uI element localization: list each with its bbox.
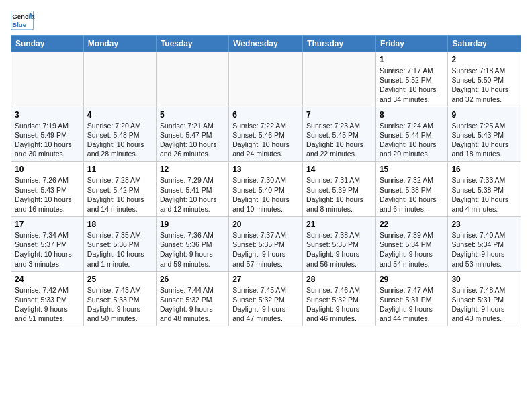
day-info: Sunrise: 7:30 AMSunset: 5:40 PMDaylight:… bbox=[232, 175, 299, 214]
day-info: Sunrise: 7:32 AMSunset: 5:38 PMDaylight:… bbox=[380, 175, 444, 214]
day-number: 11 bbox=[87, 165, 152, 174]
day-number: 8 bbox=[380, 110, 444, 120]
calendar-day-cell: 3Sunrise: 7:19 AMSunset: 5:49 PMDaylight… bbox=[11, 107, 84, 162]
day-info: Sunrise: 7:35 AMSunset: 5:36 PMDaylight:… bbox=[87, 230, 152, 269]
day-number: 24 bbox=[15, 275, 80, 284]
svg-text:Blue: Blue bbox=[12, 21, 26, 28]
day-info: Sunrise: 7:37 AMSunset: 5:35 PMDaylight:… bbox=[232, 230, 299, 269]
calendar-day-cell bbox=[83, 52, 156, 107]
calendar-day-cell: 18Sunrise: 7:35 AMSunset: 5:36 PMDayligh… bbox=[83, 217, 156, 272]
day-number: 25 bbox=[87, 275, 152, 284]
calendar-day-cell: 15Sunrise: 7:32 AMSunset: 5:38 PMDayligh… bbox=[375, 162, 447, 217]
day-info: Sunrise: 7:18 AMSunset: 5:50 PMDaylight:… bbox=[451, 66, 517, 104]
day-number: 20 bbox=[232, 220, 299, 229]
day-info: Sunrise: 7:45 AMSunset: 5:32 PMDaylight:… bbox=[232, 285, 299, 324]
calendar-week-row: 1Sunrise: 7:17 AMSunset: 5:52 PMDaylight… bbox=[11, 52, 521, 107]
day-info: Sunrise: 7:40 AMSunset: 5:34 PMDaylight:… bbox=[451, 230, 517, 269]
day-number: 9 bbox=[451, 110, 517, 120]
calendar-day-cell: 21Sunrise: 7:38 AMSunset: 5:35 PMDayligh… bbox=[303, 217, 376, 272]
day-number: 18 bbox=[87, 220, 152, 229]
calendar-day-cell bbox=[229, 52, 303, 107]
day-info: Sunrise: 7:21 AMSunset: 5:47 PMDaylight:… bbox=[160, 121, 225, 159]
weekday-header-friday: Friday bbox=[375, 36, 447, 52]
day-number: 30 bbox=[451, 275, 517, 284]
calendar-week-row: 17Sunrise: 7:34 AMSunset: 5:37 PMDayligh… bbox=[11, 217, 521, 272]
day-info: Sunrise: 7:29 AMSunset: 5:41 PMDaylight:… bbox=[160, 175, 225, 214]
calendar-day-cell: 25Sunrise: 7:43 AMSunset: 5:33 PMDayligh… bbox=[83, 271, 156, 326]
day-info: Sunrise: 7:31 AMSunset: 5:39 PMDaylight:… bbox=[306, 175, 372, 214]
logo-icon: General Blue bbox=[11, 11, 35, 30]
calendar-day-cell: 20Sunrise: 7:37 AMSunset: 5:35 PMDayligh… bbox=[229, 217, 303, 272]
day-number: 2 bbox=[451, 55, 517, 64]
day-info: Sunrise: 7:43 AMSunset: 5:33 PMDaylight:… bbox=[87, 285, 152, 324]
calendar-day-cell: 8Sunrise: 7:24 AMSunset: 5:44 PMDaylight… bbox=[375, 107, 447, 162]
day-number: 12 bbox=[160, 165, 225, 174]
day-info: Sunrise: 7:38 AMSunset: 5:35 PMDaylight:… bbox=[306, 230, 372, 269]
calendar-table: SundayMondayTuesdayWednesdayThursdayFrid… bbox=[11, 35, 521, 326]
weekday-header-row: SundayMondayTuesdayWednesdayThursdayFrid… bbox=[11, 36, 521, 52]
calendar-day-cell: 5Sunrise: 7:21 AMSunset: 5:47 PMDaylight… bbox=[156, 107, 228, 162]
page-header: General Blue bbox=[11, 11, 521, 30]
day-info: Sunrise: 7:24 AMSunset: 5:44 PMDaylight:… bbox=[380, 121, 444, 159]
calendar-day-cell: 19Sunrise: 7:36 AMSunset: 5:36 PMDayligh… bbox=[156, 217, 228, 272]
day-number: 23 bbox=[451, 220, 517, 229]
day-info: Sunrise: 7:19 AMSunset: 5:49 PMDaylight:… bbox=[15, 121, 80, 159]
calendar-day-cell: 4Sunrise: 7:20 AMSunset: 5:48 PMDaylight… bbox=[83, 107, 156, 162]
calendar-day-cell: 29Sunrise: 7:47 AMSunset: 5:31 PMDayligh… bbox=[375, 271, 447, 326]
calendar-day-cell: 6Sunrise: 7:22 AMSunset: 5:46 PMDaylight… bbox=[229, 107, 303, 162]
calendar-week-row: 10Sunrise: 7:26 AMSunset: 5:43 PMDayligh… bbox=[11, 162, 521, 217]
day-number: 15 bbox=[380, 165, 444, 174]
day-number: 14 bbox=[306, 165, 372, 174]
calendar-day-cell: 14Sunrise: 7:31 AMSunset: 5:39 PMDayligh… bbox=[303, 162, 376, 217]
calendar-day-cell bbox=[156, 52, 228, 107]
day-number: 7 bbox=[306, 110, 372, 120]
day-number: 26 bbox=[160, 275, 225, 284]
day-number: 29 bbox=[380, 275, 444, 284]
day-number: 17 bbox=[15, 220, 80, 229]
day-number: 27 bbox=[232, 275, 299, 284]
day-number: 13 bbox=[232, 165, 299, 174]
day-info: Sunrise: 7:34 AMSunset: 5:37 PMDaylight:… bbox=[15, 230, 80, 269]
day-number: 4 bbox=[87, 110, 152, 120]
day-number: 22 bbox=[380, 220, 444, 229]
day-info: Sunrise: 7:25 AMSunset: 5:43 PMDaylight:… bbox=[451, 121, 517, 159]
calendar-day-cell: 26Sunrise: 7:44 AMSunset: 5:32 PMDayligh… bbox=[156, 271, 228, 326]
calendar-day-cell: 1Sunrise: 7:17 AMSunset: 5:52 PMDaylight… bbox=[375, 52, 447, 107]
weekday-header-wednesday: Wednesday bbox=[229, 36, 303, 52]
weekday-header-thursday: Thursday bbox=[303, 36, 376, 52]
day-number: 28 bbox=[306, 275, 372, 284]
day-info: Sunrise: 7:47 AMSunset: 5:31 PMDaylight:… bbox=[380, 285, 444, 324]
day-number: 19 bbox=[160, 220, 225, 229]
weekday-header-sunday: Sunday bbox=[11, 36, 84, 52]
day-info: Sunrise: 7:20 AMSunset: 5:48 PMDaylight:… bbox=[87, 121, 152, 159]
logo: General Blue bbox=[11, 11, 35, 30]
day-number: 5 bbox=[160, 110, 225, 120]
day-number: 6 bbox=[232, 110, 299, 120]
calendar-day-cell: 28Sunrise: 7:46 AMSunset: 5:32 PMDayligh… bbox=[303, 271, 376, 326]
day-info: Sunrise: 7:44 AMSunset: 5:32 PMDaylight:… bbox=[160, 285, 225, 324]
calendar-day-cell: 13Sunrise: 7:30 AMSunset: 5:40 PMDayligh… bbox=[229, 162, 303, 217]
weekday-header-tuesday: Tuesday bbox=[156, 36, 228, 52]
calendar-day-cell: 30Sunrise: 7:48 AMSunset: 5:31 PMDayligh… bbox=[448, 271, 521, 326]
day-info: Sunrise: 7:26 AMSunset: 5:43 PMDaylight:… bbox=[15, 175, 80, 214]
weekday-header-saturday: Saturday bbox=[448, 36, 521, 52]
day-number: 21 bbox=[306, 220, 372, 229]
calendar-day-cell: 27Sunrise: 7:45 AMSunset: 5:32 PMDayligh… bbox=[229, 271, 303, 326]
calendar-day-cell: 16Sunrise: 7:33 AMSunset: 5:38 PMDayligh… bbox=[448, 162, 521, 217]
day-info: Sunrise: 7:46 AMSunset: 5:32 PMDaylight:… bbox=[306, 285, 372, 324]
calendar-week-row: 3Sunrise: 7:19 AMSunset: 5:49 PMDaylight… bbox=[11, 107, 521, 162]
day-info: Sunrise: 7:22 AMSunset: 5:46 PMDaylight:… bbox=[232, 121, 299, 159]
calendar-day-cell: 23Sunrise: 7:40 AMSunset: 5:34 PMDayligh… bbox=[448, 217, 521, 272]
day-number: 1 bbox=[380, 55, 444, 64]
calendar-day-cell: 17Sunrise: 7:34 AMSunset: 5:37 PMDayligh… bbox=[11, 217, 84, 272]
day-number: 3 bbox=[15, 110, 80, 120]
calendar-day-cell: 9Sunrise: 7:25 AMSunset: 5:43 PMDaylight… bbox=[448, 107, 521, 162]
day-info: Sunrise: 7:48 AMSunset: 5:31 PMDaylight:… bbox=[451, 285, 517, 324]
day-info: Sunrise: 7:28 AMSunset: 5:42 PMDaylight:… bbox=[87, 175, 152, 214]
calendar-day-cell: 22Sunrise: 7:39 AMSunset: 5:34 PMDayligh… bbox=[375, 217, 447, 272]
day-number: 16 bbox=[451, 165, 517, 174]
calendar-week-row: 24Sunrise: 7:42 AMSunset: 5:33 PMDayligh… bbox=[11, 271, 521, 326]
calendar-day-cell: 10Sunrise: 7:26 AMSunset: 5:43 PMDayligh… bbox=[11, 162, 84, 217]
calendar-day-cell bbox=[11, 52, 84, 107]
day-info: Sunrise: 7:17 AMSunset: 5:52 PMDaylight:… bbox=[380, 66, 444, 104]
